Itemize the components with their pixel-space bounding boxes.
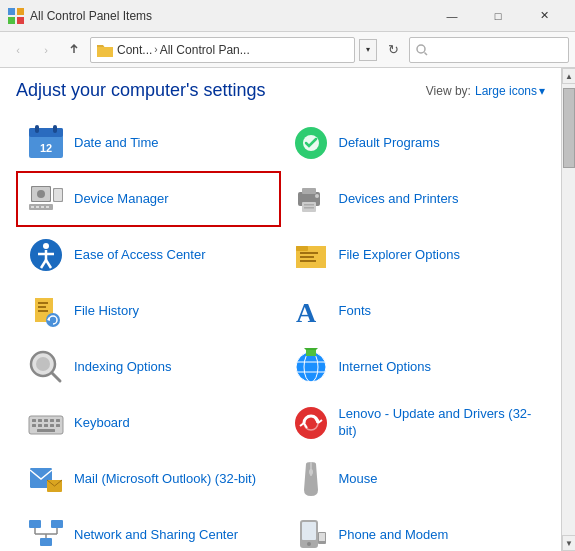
item-file-explorer-label: File Explorer Options [339, 247, 460, 264]
item-date-time[interactable]: 12 Date and Time [16, 115, 281, 171]
svg-rect-63 [56, 419, 60, 422]
item-device-manager[interactable]: Device Manager [16, 171, 281, 227]
item-file-history[interactable]: File History [16, 283, 281, 339]
item-indexing[interactable]: Indexing Options [16, 339, 281, 395]
default-programs-icon [291, 123, 331, 163]
item-indexing-label: Indexing Options [74, 359, 172, 376]
mouse-icon [291, 459, 331, 499]
svg-rect-43 [38, 302, 48, 304]
item-date-time-label: Date and Time [74, 135, 159, 152]
scrollbar[interactable]: ▲ ▼ [561, 68, 575, 551]
svg-rect-19 [41, 206, 44, 208]
svg-rect-64 [32, 424, 36, 427]
item-phone-modem[interactable]: Phone and Modem [281, 507, 546, 551]
svg-rect-3 [17, 17, 24, 24]
svg-point-85 [307, 542, 311, 546]
svg-rect-9 [53, 125, 57, 133]
search-field[interactable] [409, 37, 569, 63]
item-mouse-label: Mouse [339, 471, 378, 488]
svg-rect-37 [296, 246, 308, 251]
items-grid: 12 Date and Time Default Programs [16, 115, 545, 551]
svg-point-70 [295, 407, 327, 439]
forward-button[interactable]: › [34, 38, 58, 62]
svg-rect-67 [50, 424, 54, 427]
breadcrumb: Cont... › All Control Pan... [117, 43, 250, 57]
folder-icon [97, 43, 113, 57]
svg-rect-66 [44, 424, 48, 427]
svg-rect-24 [302, 188, 316, 194]
item-file-explorer[interactable]: File Explorer Options [281, 227, 546, 283]
refresh-button[interactable]: ↻ [381, 38, 405, 62]
item-internet-options-label: Internet Options [339, 359, 432, 376]
svg-rect-17 [31, 206, 34, 208]
page-title: Adjust your computer's settings [16, 80, 266, 101]
close-button[interactable]: ✕ [521, 0, 567, 32]
svg-rect-78 [40, 538, 52, 546]
svg-point-4 [417, 45, 425, 53]
item-network-sharing[interactable]: Network and Sharing Center [16, 507, 281, 551]
svg-rect-20 [46, 206, 49, 208]
svg-rect-0 [8, 8, 15, 15]
svg-text:12: 12 [40, 142, 52, 154]
svg-rect-87 [319, 533, 325, 541]
window-title: All Control Panel Items [30, 9, 152, 23]
svg-rect-84 [302, 522, 316, 540]
title-controls: — □ ✕ [429, 0, 567, 32]
search-icon [416, 44, 428, 56]
item-default-programs[interactable]: Default Programs [281, 115, 546, 171]
view-by-value: Large icons [475, 84, 537, 98]
svg-point-30 [43, 243, 49, 249]
item-lenovo-update-label: Lenovo - Update and Drivers (32-bit) [339, 406, 536, 440]
item-devices-printers[interactable]: Devices and Printers [281, 171, 546, 227]
item-devices-printers-label: Devices and Printers [339, 191, 459, 208]
view-by-dropdown[interactable]: Large icons ▾ [475, 84, 545, 98]
item-device-manager-label: Device Manager [74, 191, 169, 208]
view-by-arrow: ▾ [539, 84, 545, 98]
svg-point-75 [309, 469, 313, 475]
breadcrumb-cont: Cont... [117, 43, 152, 57]
file-explorer-icon [291, 235, 331, 275]
item-phone-modem-label: Phone and Modem [339, 527, 449, 544]
svg-rect-26 [304, 204, 314, 206]
scrollbar-up[interactable]: ▲ [562, 68, 575, 84]
ease-of-access-icon [26, 235, 66, 275]
svg-point-15 [37, 190, 45, 198]
file-history-icon [26, 291, 66, 331]
title-bar-left: All Control Panel Items [8, 8, 152, 24]
svg-rect-22 [54, 189, 62, 201]
item-mail[interactable]: Mail (Microsoft Outlook) (32-bit) [16, 451, 281, 507]
svg-rect-60 [38, 419, 42, 422]
item-fonts[interactable]: A Fonts [281, 283, 546, 339]
address-bar: ‹ › Cont... › All Control Pan... ▾ ↻ [0, 32, 575, 68]
phone-modem-icon [291, 515, 331, 551]
view-by: View by: Large icons ▾ [426, 84, 545, 98]
item-keyboard[interactable]: Keyboard [16, 395, 281, 451]
item-ease-of-access-label: Ease of Access Center [74, 247, 206, 264]
item-mouse[interactable]: Mouse [281, 451, 546, 507]
item-ease-of-access[interactable]: Ease of Access Center [16, 227, 281, 283]
back-button[interactable]: ‹ [6, 38, 30, 62]
keyboard-icon [26, 403, 66, 443]
item-lenovo-update[interactable]: Lenovo - Update and Drivers (32-bit) [281, 395, 546, 451]
item-default-programs-label: Default Programs [339, 135, 440, 152]
svg-point-28 [315, 194, 319, 198]
item-file-history-label: File History [74, 303, 139, 320]
scrollbar-thumb[interactable] [563, 88, 575, 168]
svg-rect-7 [29, 128, 63, 137]
svg-rect-68 [56, 424, 60, 427]
mail-icon [26, 459, 66, 499]
scrollbar-down[interactable]: ▼ [562, 535, 575, 551]
svg-rect-65 [38, 424, 42, 427]
item-fonts-label: Fonts [339, 303, 372, 320]
content-area[interactable]: Adjust your computer's settings View by:… [0, 68, 561, 551]
item-mail-label: Mail (Microsoft Outlook) (32-bit) [74, 471, 256, 488]
item-internet-options[interactable]: Internet Options [281, 339, 546, 395]
maximize-button[interactable]: □ [475, 0, 521, 32]
minimize-button[interactable]: — [429, 0, 475, 32]
breadcrumb-all: All Control Pan... [160, 43, 250, 57]
devices-printers-icon [291, 179, 331, 219]
network-sharing-icon [26, 515, 66, 551]
address-field[interactable]: Cont... › All Control Pan... [90, 37, 355, 63]
address-dropdown-button[interactable]: ▾ [359, 39, 377, 61]
up-button[interactable] [62, 38, 86, 62]
